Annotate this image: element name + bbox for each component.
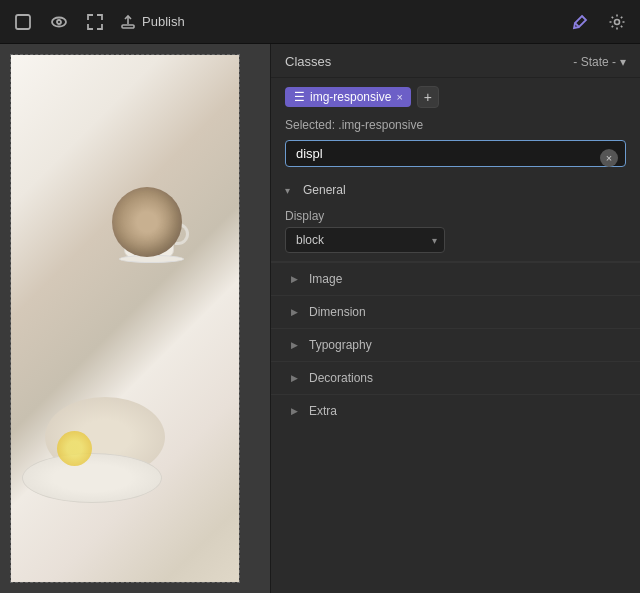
plate-decoration — [22, 453, 162, 503]
eye-icon[interactable] — [48, 11, 70, 33]
section-image-label: Image — [309, 272, 342, 286]
section-image[interactable]: ▶ Image — [271, 262, 640, 295]
section-extra[interactable]: ▶ Extra — [271, 394, 640, 427]
svg-rect-3 — [122, 25, 134, 28]
main-content: Classes - State - ▾ ☰ img-responsive × +… — [0, 44, 640, 593]
add-class-button[interactable]: + — [417, 86, 439, 108]
display-label: Display — [285, 209, 626, 223]
state-dropdown[interactable]: - State - ▾ — [573, 55, 626, 69]
section-extra-label: Extra — [309, 404, 337, 418]
class-tag-label: img-responsive — [310, 90, 391, 104]
section-extra-chevron-icon: ▶ — [291, 406, 301, 416]
search-clear-button[interactable]: × — [600, 149, 618, 167]
class-tags-row: ☰ img-responsive × + — [271, 78, 640, 116]
toolbar-left: Publish — [12, 11, 558, 33]
display-select[interactable]: block inline inline-block flex grid none — [285, 227, 445, 253]
selected-class-label: Selected: .img-responsive — [271, 116, 640, 140]
panel-header: Classes - State - ▾ — [271, 44, 640, 78]
class-tag-close-icon[interactable]: × — [396, 91, 402, 103]
publish-button[interactable]: Publish — [120, 14, 185, 30]
class-tag-img-responsive[interactable]: ☰ img-responsive × — [285, 87, 411, 107]
canvas-image — [11, 55, 239, 582]
section-decorations-label: Decorations — [309, 371, 373, 385]
state-label: - State - — [573, 55, 616, 69]
class-tag-icon: ☰ — [293, 91, 305, 103]
section-general-chevron-icon: ▾ — [285, 185, 297, 196]
section-decorations-chevron-icon: ▶ — [291, 373, 301, 383]
svg-point-4 — [615, 19, 620, 24]
panel-title: Classes — [285, 54, 331, 69]
section-image-chevron-icon: ▶ — [291, 274, 301, 284]
cup-decoration — [124, 203, 189, 263]
section-general: ▾ General Display block inline inline-bl… — [271, 175, 640, 261]
section-dimension[interactable]: ▶ Dimension — [271, 295, 640, 328]
section-typography-chevron-icon: ▶ — [291, 340, 301, 350]
toolbar-right — [570, 11, 628, 33]
search-input[interactable] — [285, 140, 626, 167]
gear-icon[interactable] — [606, 11, 628, 33]
svg-rect-0 — [16, 15, 30, 29]
display-property: Display block inline inline-block flex g… — [271, 205, 640, 261]
right-panel: Classes - State - ▾ ☰ img-responsive × +… — [270, 44, 640, 593]
section-typography[interactable]: ▶ Typography — [271, 328, 640, 361]
section-dimension-label: Dimension — [309, 305, 366, 319]
expand-icon[interactable] — [84, 11, 106, 33]
search-row: × — [271, 140, 640, 175]
square-icon[interactable] — [12, 11, 34, 33]
svg-point-2 — [57, 20, 61, 24]
section-typography-label: Typography — [309, 338, 372, 352]
paint-icon[interactable] — [570, 11, 592, 33]
section-general-header[interactable]: ▾ General — [271, 175, 640, 205]
toolbar: Publish — [0, 0, 640, 44]
section-general-label: General — [303, 183, 346, 197]
section-decorations[interactable]: ▶ Decorations — [271, 361, 640, 394]
display-select-wrapper: block inline inline-block flex grid none… — [285, 227, 445, 253]
lemon-decoration — [57, 431, 92, 466]
canvas-wrapper — [10, 54, 240, 583]
section-dimension-chevron-icon: ▶ — [291, 307, 301, 317]
svg-point-1 — [52, 17, 66, 26]
publish-label: Publish — [142, 14, 185, 29]
canvas-area[interactable] — [0, 44, 270, 593]
state-chevron-icon: ▾ — [620, 55, 626, 69]
